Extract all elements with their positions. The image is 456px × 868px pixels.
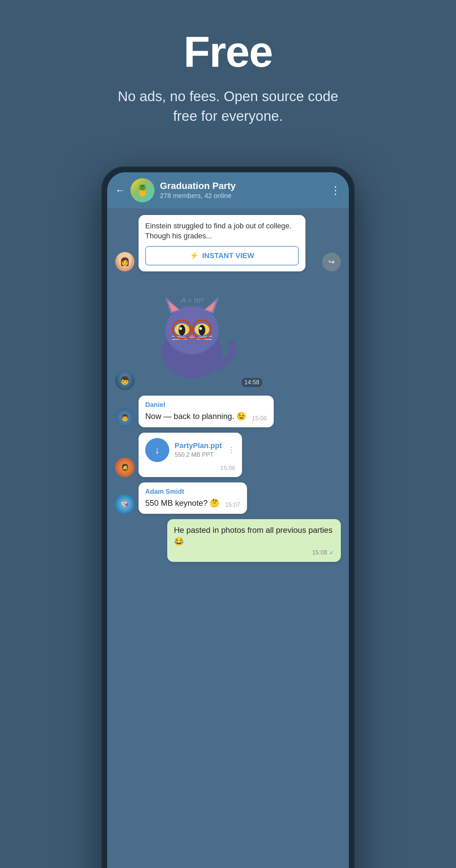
daniel-message-row: 👨 Daniel Now — back to planning. 😉 15:06: [115, 396, 341, 427]
group-members: 278 members, 42 online: [160, 192, 325, 199]
phone-mockup: ← 🍍 Graduation Party 278 members, 42 onl…: [101, 166, 355, 868]
menu-button[interactable]: ⋮: [330, 184, 341, 197]
adam-message-bubble: Adam Smidt 550 MB keynote? 🤔 15:07: [139, 483, 247, 514]
daniel-message-text: Now — back to planning. 😉: [145, 411, 246, 422]
file-menu-button[interactable]: ⋮: [227, 445, 235, 455]
back-button[interactable]: ←: [115, 185, 125, 196]
cat-sticker: [142, 290, 242, 383]
file-size: 550.2 MB PPT: [175, 452, 222, 458]
adam-sender-name: Adam Smidt: [145, 488, 240, 495]
article-bubble: Einstein struggled to find a job out of …: [139, 215, 305, 272]
avatar-girl: 👩: [115, 252, 134, 271]
group-name: Graduation Party: [160, 181, 325, 191]
sticker-time: 14:58: [242, 378, 262, 387]
instant-view-button[interactable]: ⚡ INSTANT VIEW: [145, 246, 299, 266]
file-time: 15:06: [145, 465, 235, 472]
file-message-row: 🧔 ↓ PartyPlan.ppt 550.2 MB PPT ⋮ 15:06: [115, 433, 341, 477]
chat-area: 👩 Einstein struggled to find a job out o…: [107, 208, 349, 868]
instant-view-label: INSTANT VIEW: [202, 251, 254, 260]
svg-line-16: [197, 339, 212, 340]
daniel-message-bubble: Daniel Now — back to planning. 😉 15:06: [139, 396, 274, 427]
group-info: Graduation Party 278 members, 42 online: [160, 181, 325, 199]
svg-line-14: [172, 339, 187, 340]
self-message-row: He pasted in photos from all previous pa…: [115, 519, 341, 561]
file-info: PartyPlan.ppt 550.2 MB PPT: [175, 441, 222, 458]
file-name: PartyPlan.ppt: [175, 441, 222, 450]
svg-point-11: [199, 327, 202, 330]
avatar-adam: 👒: [115, 494, 134, 514]
svg-point-12: [189, 335, 194, 339]
sticker-message-row: 👦 A = πr² V = l³ P = 2πr A = πr² s = √(r…: [115, 277, 341, 390]
svg-point-10: [179, 327, 182, 330]
daniel-sender-name: Daniel: [145, 401, 267, 409]
self-message-bubble: He pasted in photos from all previous pa…: [167, 519, 341, 561]
adam-message-time: 15:07: [225, 501, 240, 508]
adam-message-row: 👒 Adam Smidt 550 MB keynote? 🤔 15:07: [115, 483, 341, 514]
article-message-row: 👩 Einstein struggled to find a job out o…: [115, 215, 341, 272]
daniel-message-time: 15:06: [252, 415, 267, 422]
file-download-button[interactable]: ↓: [145, 438, 169, 462]
avatar-file-sender: 🧔: [115, 458, 134, 477]
chat-header: ← 🍍 Graduation Party 278 members, 42 onl…: [107, 172, 349, 208]
adam-message-text: 550 MB keynote? 🤔: [145, 497, 220, 509]
article-text: Einstein struggled to find a job out of …: [145, 221, 299, 242]
hero-title: Free: [184, 27, 273, 77]
svg-point-9: [199, 325, 205, 336]
sticker-area: A = πr² V = l³ P = 2πr A = πr² s = √(r²+…: [139, 277, 265, 390]
checkmark-icon: ✓: [329, 549, 334, 557]
group-avatar: 🍍: [130, 178, 155, 202]
self-message-time: 15:08: [312, 549, 327, 556]
phone-inner: ← 🍍 Graduation Party 278 members, 42 onl…: [107, 172, 349, 868]
hero-section: Free No ads, no fees. Open source code f…: [0, 0, 456, 146]
phone-outer: ← 🍍 Graduation Party 278 members, 42 onl…: [101, 166, 355, 868]
hero-subtitle: No ads, no fees. Open source code free f…: [111, 87, 345, 126]
lightning-icon: ⚡: [190, 251, 199, 260]
avatar-daniel: 👨: [115, 408, 134, 427]
svg-point-8: [179, 325, 185, 336]
avatar-guy1: 👦: [115, 371, 134, 390]
file-bubble: ↓ PartyPlan.ppt 550.2 MB PPT ⋮ 15:06: [139, 433, 242, 477]
self-message-text: He pasted in photos from all previous pa…: [174, 524, 334, 547]
share-button[interactable]: ↪: [322, 253, 341, 271]
